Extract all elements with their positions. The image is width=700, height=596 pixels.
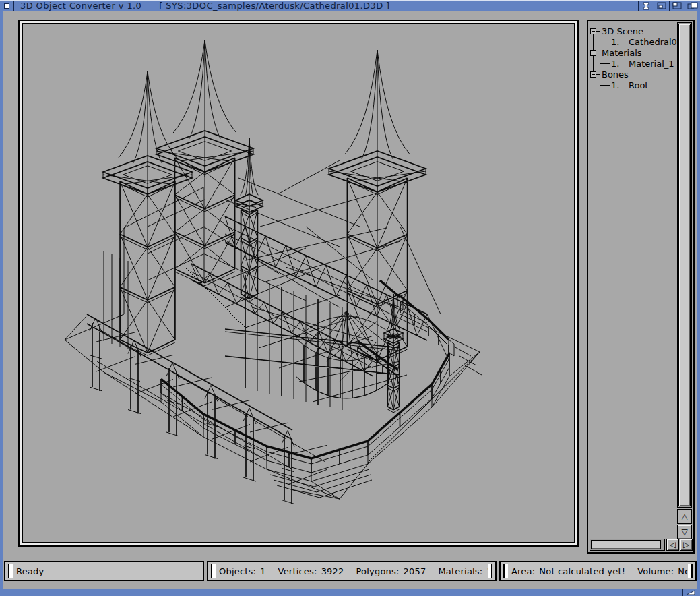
vertices-value: 3922	[321, 566, 344, 576]
expand-icon-bones[interactable]	[590, 71, 596, 78]
status-ready: Ready	[16, 566, 44, 576]
status-panel-metrics: Area:Not calculated yet! Volume:Not calc…	[499, 561, 697, 581]
wireframe-model	[23, 24, 574, 542]
scroll-left-button[interactable]: ◁	[666, 539, 679, 551]
window-border-left	[0, 11, 3, 589]
depth-gadget[interactable]	[685, 1, 700, 11]
status-panel-counts: Objects:1 Vertices:3922 Polygons:2057 Ma…	[207, 561, 497, 581]
expand-icon-3d-scene[interactable]	[590, 28, 596, 34]
app-title: 3D Object Converter v 1.0	[20, 1, 141, 11]
materials-label: Materials:	[438, 566, 482, 576]
window-border-right	[697, 11, 700, 589]
titlebar[interactable]: 3D Object Converter v 1.0[ SYS:3DOC_samp…	[0, 0, 700, 11]
iconify-icon	[657, 2, 666, 10]
node-index: 1.	[611, 59, 619, 69]
resize-gadget[interactable]	[682, 589, 697, 596]
area-value: Not calculated yet!	[539, 566, 625, 576]
app-window: 3D Object Converter v 1.0[ SYS:3DOC_samp…	[0, 0, 700, 596]
zoom-gadget[interactable]	[669, 1, 685, 11]
node-label: Material_1	[629, 59, 674, 69]
vertical-scrollbar[interactable]	[677, 22, 692, 508]
viewport-canvas[interactable]	[23, 24, 574, 542]
objects-value: 1	[260, 566, 265, 576]
close-icon	[4, 3, 9, 9]
scroll-up-button[interactable]: △	[677, 509, 692, 524]
objects-label: Objects:	[219, 566, 256, 576]
scene-tree: 3D Scene 1. Cathedral01 Materials 1. Mat…	[588, 21, 676, 486]
titlebar-gadgets	[638, 1, 700, 11]
zoom-icon	[672, 2, 682, 10]
volume-value: Not calcula	[678, 566, 697, 576]
close-gadget[interactable]	[0, 1, 14, 11]
scroll-right-button[interactable]: ▷	[680, 539, 693, 551]
status-bar: Ready Objects:1 Vertices:3922 Polygons:2…	[4, 561, 697, 581]
resize-icon	[685, 590, 697, 595]
viewport-frame	[18, 20, 579, 547]
horizontal-scroll-thumb[interactable]	[591, 540, 661, 549]
hourglass-icon	[641, 2, 651, 10]
vertical-scroll-thumb[interactable]	[678, 24, 691, 506]
node-index: 1.	[611, 37, 619, 48]
polygons-value: 2057	[404, 566, 426, 576]
materials-value: 1	[486, 566, 492, 576]
vertices-label: Vertices:	[278, 566, 317, 576]
shrink-gadget[interactable]	[638, 1, 654, 11]
status-panel-ready: Ready	[4, 561, 204, 581]
node-index: 1.	[611, 80, 619, 91]
window-border-bottom	[0, 589, 700, 596]
area-label: Area:	[511, 566, 535, 576]
scene-tree-panel: 3D Scene 1. Cathedral01 Materials 1. Mat…	[587, 20, 695, 554]
depth-icon	[687, 2, 698, 10]
horizontal-scrollbar[interactable]	[590, 539, 665, 551]
window-title: 3D Object Converter v 1.0[ SYS:3DOC_samp…	[20, 1, 638, 11]
polygons-label: Polygons:	[356, 566, 400, 576]
volume-label: Volume:	[637, 566, 674, 576]
expand-icon-materials[interactable]	[590, 50, 596, 56]
iconify-gadget[interactable]	[654, 1, 669, 11]
scroll-down-button[interactable]: ▽	[677, 525, 692, 539]
node-label: Cathedral01	[629, 37, 682, 48]
node-label: Root	[629, 80, 648, 91]
document-path: [ SYS:3DOC_samples/Aterdusk/Cathedral01.…	[159, 1, 389, 11]
